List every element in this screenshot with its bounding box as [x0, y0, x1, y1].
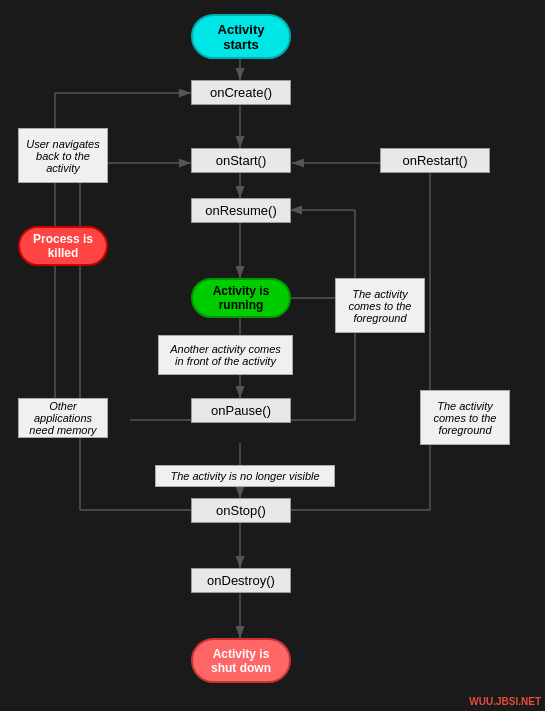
activity-starts-label: Activity starts: [218, 22, 265, 52]
process-killed-node: Process is killed: [18, 226, 108, 266]
onstop-node: onStop(): [191, 498, 291, 523]
onstart-label: onStart(): [216, 153, 267, 168]
activity-running-node: Activity is running: [191, 278, 291, 318]
onpause-label: onPause(): [211, 403, 271, 418]
onstop-label: onStop(): [216, 503, 266, 518]
watermark: WUU.JBSI.NET: [469, 696, 541, 707]
oncreate-node: onCreate(): [191, 80, 291, 105]
process-killed-label: Process is killed: [33, 232, 93, 260]
activity-starts-node: Activity starts: [191, 14, 291, 59]
activity-shutdown-label: Activity is shut down: [211, 647, 271, 675]
oncreate-label: onCreate(): [210, 85, 272, 100]
comes-foreground-1-label: The activity comes to the foreground: [335, 278, 425, 333]
activity-shutdown-node: Activity is shut down: [191, 638, 291, 683]
user-navigates-label: User navigates back to the activity: [18, 128, 108, 183]
ondestroy-node: onDestroy(): [191, 568, 291, 593]
activity-running-label: Activity is running: [213, 284, 270, 312]
onrestart-node: onRestart(): [380, 148, 490, 173]
no-longer-visible-label: The activity is no longer visible: [155, 465, 335, 487]
onstart-node: onStart(): [191, 148, 291, 173]
comes-foreground-2-label: The activity comes to the foreground: [420, 390, 510, 445]
other-apps-label: Other applications need memory: [18, 398, 108, 438]
onresume-label: onResume(): [205, 203, 277, 218]
onrestart-label: onRestart(): [402, 153, 467, 168]
onpause-node: onPause(): [191, 398, 291, 423]
onresume-node: onResume(): [191, 198, 291, 223]
another-activity-label: Another activity comes in front of the a…: [158, 335, 293, 375]
ondestroy-label: onDestroy(): [207, 573, 275, 588]
